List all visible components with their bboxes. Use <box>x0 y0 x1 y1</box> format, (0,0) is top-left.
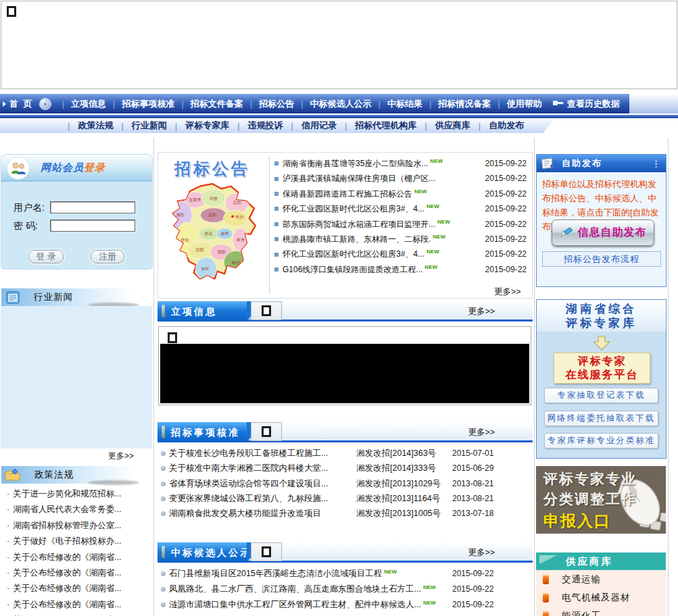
approval-list: 关于核准长沙电务段职工备班楼工程施工... 湘发改招[2014]363号 201… <box>158 446 533 521</box>
header-underline <box>245 319 533 322</box>
policy-link[interactable]: 关于公布经修改的《湖南省... <box>13 568 121 578</box>
map-region-label: 岳阳 <box>233 201 241 205</box>
announcement-link[interactable]: G106线淳口集镇段路面提质改造工程... <box>283 262 422 277</box>
nav-separator: | <box>175 121 177 131</box>
round-bullet-icon <box>161 511 166 516</box>
announcement-more-link[interactable]: 更多>> <box>494 286 521 298</box>
approval-link[interactable]: 省体育场球类运动综合馆等四个建设项目... <box>169 476 328 491</box>
policy-list: ·关于进一步简化和规范招标... ·湖南省人民代表大会常务委... ·湖南省招标… <box>1 486 152 616</box>
expert-download-button[interactable]: 专家库评标专业分类标准 <box>544 433 658 448</box>
header-underline <box>245 561 533 563</box>
approval-title: 招标事项核准 <box>171 422 240 442</box>
subnav-item[interactable]: 供应商库 <box>435 120 470 132</box>
supplier-category-link[interactable]: 能源化工 <box>562 610 601 616</box>
policy-link[interactable]: 关于公布经修改的《湖南省... <box>13 553 121 562</box>
approval-row: 省体育场球类运动综合馆等四个建设项目... 湘发改招[2013]1029号 20… <box>158 476 533 491</box>
expert-classification-banner[interactable]: 评标专家专业 分类调整工作 申报入口 <box>536 466 666 534</box>
policy-link[interactable]: 关于进一步简化和规范招标... <box>13 489 121 498</box>
policy-row: ·湖南省招标投标管理办公室... <box>1 518 152 534</box>
candidates-more-link[interactable]: 更多>> <box>468 547 495 559</box>
nav-item[interactable]: 招标事项核准 <box>122 98 174 110</box>
category-pin-icon <box>543 593 549 602</box>
collapse-circle-icon[interactable]: ‹ <box>39 98 51 110</box>
info-self-publish-label: 信息自助发布 <box>578 226 647 240</box>
policy-link[interactable]: 湖南省人民代表大会常务委... <box>13 505 121 514</box>
announcement-link[interactable]: 泸溪县武溪镇城南保障住房项目（棚户区... <box>283 171 435 186</box>
nav-item[interactable]: 使用帮助 <box>507 98 542 110</box>
subnav-item[interactable]: 政策法规 <box>78 120 113 132</box>
announcement-link[interactable]: 怀化工业园区新时代北区公租房3#、4... <box>283 247 425 261</box>
notebook-icon <box>4 289 22 305</box>
approval-more-link[interactable]: 更多>> <box>468 427 495 438</box>
policy-link[interactable]: 湖南省招标投标管理办公室... <box>13 521 121 530</box>
map-region-label: 永州 <box>201 266 209 271</box>
approval-link[interactable]: 变更张家界绕城公路工程第八、九标段施... <box>169 491 328 506</box>
login-button[interactable]: 登 录 <box>28 250 64 263</box>
supplier-category-link[interactable]: 交通运输 <box>562 573 601 586</box>
policy-row: ·关于公布经修改的《湖南省... <box>1 550 152 565</box>
announcement-flow-button[interactable]: 招标公告发布流程 <box>542 251 661 267</box>
nav-item[interactable]: 中标候选人公示 <box>310 98 372 110</box>
nav-separator: | <box>429 99 431 109</box>
candidate-link[interactable]: 涟源市湄塘口集中供水工程厂区外管网工程主材、配件中标候选人... <box>169 600 421 609</box>
password-label: 密 码: <box>14 220 38 232</box>
nav-separator: | <box>181 99 183 109</box>
nav-item[interactable]: 立项信息 <box>71 98 106 110</box>
announcement-link[interactable]: 怀化工业园区新时代北区公租房3#、4... <box>283 201 425 216</box>
info-self-publish-button[interactable]: 信息自助发布 <box>552 220 654 246</box>
announcement-link[interactable]: 湖南省衡南县莲塘等35座小二型病险水... <box>283 156 428 171</box>
round-bullet-icon <box>161 482 166 486</box>
username-input[interactable] <box>50 201 135 213</box>
login-title-blue: 网站会员 <box>41 161 84 173</box>
expert-download-button[interactable]: 专家抽取登记表下载 <box>544 388 658 403</box>
hunan-map[interactable]: 张家界常德岳阳湘西益阳长沙怀化娄底湘潭株洲邵阳衡阳永州郴州 <box>163 180 262 288</box>
subnav-item[interactable]: 行业新闻 <box>132 120 167 132</box>
subnav-item[interactable]: 信用记录 <box>301 120 337 132</box>
approval-link[interactable]: 关于核准中南大学湘雅二医院内科楼大堂... <box>169 461 328 476</box>
map-region-label: 怀化 <box>180 238 189 242</box>
project-info-header: 立项信息 更多>> <box>158 301 533 322</box>
nav-item[interactable]: 招标文件备案 <box>191 98 243 110</box>
home-arrow-icon <box>3 101 6 107</box>
nav-separator: | <box>498 99 500 109</box>
register-button[interactable]: 注册 <box>91 250 124 263</box>
policy-link[interactable]: 关于公布经修改的《湖南省... <box>13 584 121 593</box>
nav-separator: | <box>121 121 123 131</box>
announcement-link[interactable]: 保靖县新园路道路工程施工招标公告 <box>283 186 412 201</box>
subnav-item[interactable]: 评标专家库 <box>185 120 229 132</box>
subnav-item[interactable]: 自助发布 <box>489 120 524 132</box>
expert-online-platform-button[interactable]: 评标专家 在线服务平台 <box>554 353 650 384</box>
policy-link[interactable]: 关于公布经修改的《湖南省... <box>13 600 121 609</box>
project-info-more-link[interactable]: 更多>> <box>468 306 495 317</box>
flash-placeholder <box>160 344 529 403</box>
announcement-row: 桃源县陬市镇工新路、东林路一、二标段. NEW 2015-09-22 <box>274 232 527 247</box>
nav-separator: | <box>425 121 427 131</box>
announcement-link[interactable]: 桃源县陬市镇工新路、东林路一、二标段. <box>283 232 431 247</box>
nav-item[interactable]: 中标结果 <box>387 98 422 110</box>
announcement-link[interactable]: 邵东国际商贸城过水箱涵工程项目监理开... <box>283 217 435 232</box>
candidate-link[interactable]: 凤凰路北、县二水厂西、滨江路南、高压走廊东围合地块土石方工... <box>169 584 421 594</box>
policy-link[interactable]: 关于做好《电子招标投标办... <box>13 536 121 546</box>
subnav-item[interactable]: 违规投诉 <box>248 120 283 132</box>
subnav-item[interactable]: 招标代理机构库 <box>355 120 416 132</box>
announcement-row: G106线淳口集镇段路面提质改造工程... NEW 2015-09-22 <box>274 262 527 277</box>
nav-separator: | <box>301 99 303 109</box>
nav-home[interactable]: 首 页 <box>9 98 34 110</box>
password-input[interactable] <box>50 220 135 232</box>
broken-image-icon <box>262 546 271 557</box>
approval-link[interactable]: 关于核准长沙电务段职工备班楼工程施工... <box>169 446 328 461</box>
nav-item[interactable]: 招标公告 <box>259 98 294 110</box>
industry-news-more-link[interactable]: 更多>> <box>108 451 150 462</box>
approval-row: 关于核准中南大学湘雅二医院内科楼大堂... 湘发改招[2014]333号 201… <box>158 461 533 476</box>
candidate-link[interactable]: 石门县维新项目区2015年西溪峪生态清洁小流域项目工程 <box>169 569 382 578</box>
panel-menu-dots[interactable]: ⋮ <box>652 159 660 169</box>
supplier-category-link[interactable]: 电气机械及器材 <box>562 592 631 604</box>
candidate-date: 2015-09-22 <box>452 566 493 582</box>
nav-item[interactable]: 招标情况备案 <box>438 98 491 110</box>
approval-link[interactable]: 湖南粮食批发交易大楼功能提升改造项目 <box>169 506 321 521</box>
map-region-label: 张家界 <box>189 197 201 203</box>
nav-separator: | <box>68 121 70 131</box>
nav-history-link[interactable]: 查看历史数据 <box>567 98 620 110</box>
approval-doc-number: 湘发改招[2014]363号 <box>356 446 436 461</box>
expert-download-button[interactable]: 网络终端委托抽取表下载 <box>544 411 658 426</box>
